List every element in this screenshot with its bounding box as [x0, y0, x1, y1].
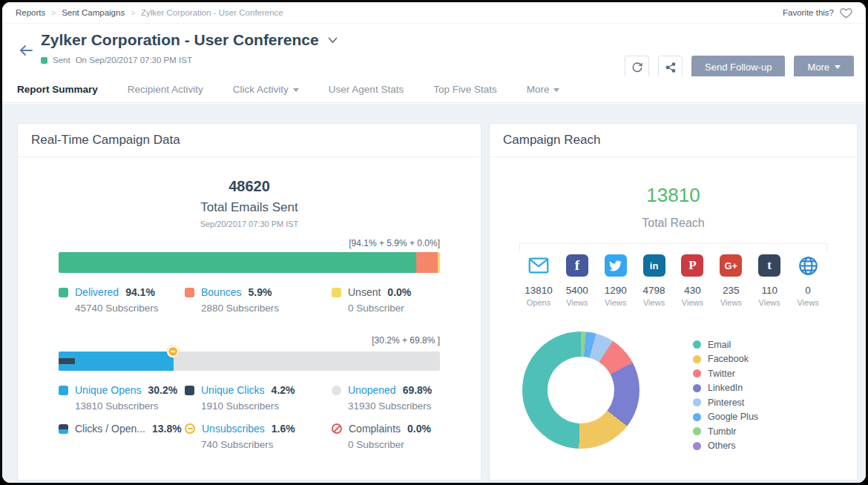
delivered-link[interactable]: Delivered [75, 286, 119, 298]
legend-item-email: Email [693, 337, 758, 352]
back-button[interactable] [19, 44, 33, 60]
unique-opens-pct: 30.2% [148, 384, 178, 396]
tab-top-five-stats[interactable]: Top Five Stats [433, 84, 497, 95]
unsubscribes-link[interactable]: Unsubscribes [202, 423, 265, 435]
opens-stacked-bar [59, 352, 440, 371]
tumblr-dot [693, 427, 701, 435]
web-views-value: 0 [789, 285, 827, 296]
unique-clicks-pct: 4.2% [272, 384, 295, 396]
total-emails-label: Total Emails Sent [59, 200, 440, 215]
breadcrumb-sent-campaigns[interactable]: Sent Campaigns [62, 8, 125, 17]
tab-more[interactable]: More [527, 84, 560, 95]
unique-opens-link[interactable]: Unique Opens [75, 384, 142, 396]
delivered-pct: 94.1% [125, 286, 155, 298]
reach-chart-row: Email Facebook Twitter LinkedIn Pinteres… [490, 331, 857, 453]
legend-item-unopened: Unopened69.8% 31930 Subscribers [332, 384, 440, 412]
complaints-label: Complaints [349, 423, 401, 435]
favorite-button[interactable]: Favorite this? [783, 7, 852, 19]
breadcrumb-separator: > [131, 9, 135, 17]
email-opens-unit: Opens [519, 298, 558, 307]
pinterest-icon[interactable]: P [681, 254, 703, 277]
breadcrumb-current: Zylker Corporation - User Conference [141, 8, 283, 17]
reach-legend: Email Facebook Twitter LinkedIn Pinteres… [693, 337, 758, 453]
tab-label: User Agent Stats [329, 84, 404, 95]
complaints-pct: 0.0% [407, 423, 431, 435]
breadcrumb: Reports > Sent Campaigns > Zylker Corpor… [16, 8, 283, 17]
google-plus-views-value: 235 [711, 285, 750, 296]
bounces-segment [416, 252, 438, 273]
facebook-dot [693, 355, 701, 363]
legend-label: Email [708, 340, 731, 350]
legend-item-facebook: Facebook [693, 352, 758, 367]
google-plus-icon[interactable]: G+ [720, 254, 742, 277]
delivered-swatch [59, 288, 68, 297]
report-content: Real-Time Campaign Data 48620 Total Emai… [2, 104, 866, 483]
unsubscribes-subscribers: 740 Subscribers [201, 439, 332, 451]
heart-icon[interactable] [840, 7, 852, 19]
legend-item-linkedin: LinkedIn [693, 381, 758, 396]
tab-label: More [527, 84, 550, 95]
unsent-pct: 0.0% [387, 286, 411, 298]
refresh-button[interactable] [625, 56, 649, 79]
linkedin-dot [693, 384, 701, 392]
share-icon [665, 62, 677, 73]
breadcrumb-reports[interactable]: Reports [16, 8, 45, 17]
linkedin-icon[interactable]: in [643, 254, 665, 277]
legend-item-unsent: Unsent0.0% 0 Subscriber [332, 286, 440, 314]
send-followup-button[interactable]: Send Follow-up [691, 56, 785, 79]
tab-label: Click Activity [233, 84, 289, 95]
legend-item-clicks-open-ratio: Clicks / Open...13.8% [59, 423, 185, 451]
channel-email: 13810 Opens [519, 254, 558, 307]
email-icon[interactable] [527, 254, 550, 277]
facebook-icon[interactable]: f [566, 254, 588, 277]
share-button[interactable] [658, 56, 683, 79]
tab-report-summary[interactable]: Report Summary [17, 84, 98, 95]
unique-clicks-swatch [185, 386, 194, 395]
tumblr-icon[interactable]: t [758, 254, 780, 277]
channel-facebook: f 5400 Views [558, 254, 596, 307]
unopened-link[interactable]: Unopened [348, 384, 396, 396]
google-plus-dot [693, 413, 701, 421]
clicks-open-ratio-swatch [59, 424, 68, 434]
legend-item-delivered: Delivered94.1% 45740 Subscribers [59, 286, 185, 314]
unique-clicks-link[interactable]: Unique Clicks [201, 384, 265, 396]
globe-icon[interactable] [797, 254, 819, 277]
delivered-segment [59, 252, 416, 273]
bounces-link[interactable]: Bounces [201, 286, 241, 298]
status-badge: Sent [53, 56, 70, 65]
legend-label: Facebook [708, 354, 749, 364]
unopened-swatch [332, 386, 341, 395]
reach-donut [522, 331, 640, 449]
title-dropdown-chevron-icon[interactable] [328, 33, 338, 47]
total-reach-label: Total Reach [490, 217, 857, 230]
twitter-icon[interactable] [605, 254, 627, 277]
unique-opens-swatch [59, 386, 68, 395]
twitter-dot [693, 369, 701, 377]
sent-timestamp: On Sep/20/2017 07:30 PM IST [76, 56, 192, 65]
back-arrow-icon [19, 44, 33, 57]
status-line: Sent On Sep/20/2017 07:30 PM IST [41, 56, 338, 65]
unique-clicks-segment [59, 358, 75, 364]
delivery-legend: Delivered94.1% 45740 Subscribers Bounces… [59, 286, 440, 314]
twitter-views-value: 1290 [596, 285, 635, 296]
tab-recipient-activity[interactable]: Recipient Activity [128, 84, 203, 95]
tab-click-activity[interactable]: Click Activity [233, 84, 299, 95]
channel-web: 0 Views [789, 254, 827, 307]
tab-user-agent-stats[interactable]: User Agent Stats [329, 84, 404, 95]
chevron-down-icon [293, 88, 299, 92]
more-button[interactable]: More [794, 56, 854, 79]
clicks-open-ratio-label: Clicks / Open... [75, 423, 145, 435]
legend-label: Others [708, 441, 736, 451]
tab-label: Top Five Stats [433, 84, 497, 95]
clicks-open-ratio-pct: 13.8% [152, 423, 182, 435]
unsubscribe-marker-icon [167, 346, 179, 357]
legend-item-unique-opens: Unique Opens30.2% 13810 Subscribers [59, 384, 185, 412]
header-actions: Send Follow-up More [625, 56, 854, 79]
legend-item-unsubscribes: Unsubscribes1.6% 740 Subscribers [185, 423, 332, 451]
google-plus-views-unit: Views [711, 298, 750, 307]
opens-bar-annotation: [30.2% + 69.8% ] [59, 335, 440, 346]
facebook-views-value: 5400 [558, 285, 596, 296]
complaints-subscribers: 0 Subscriber [348, 439, 440, 451]
unsent-swatch [332, 288, 341, 297]
others-dot [693, 442, 701, 450]
